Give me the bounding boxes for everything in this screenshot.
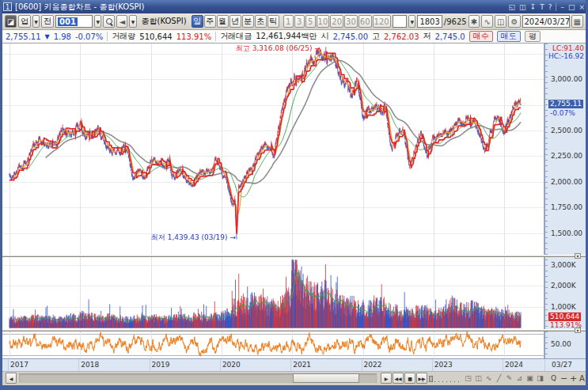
angle-tool-icon[interactable]: ⊿ [514,373,525,384]
time-axis-separator [78,359,79,371]
high-label: 고 [372,31,380,42]
time-axis-label-2023: 2023 [434,361,453,369]
stop-button[interactable]: ■ [404,373,415,384]
buy-button[interactable]: 매수 [469,31,493,42]
avg-button[interactable]: 평 [525,31,541,42]
minute-button-10[interactable]: 10 [317,15,330,28]
play-button[interactable]: ▶ [381,373,392,384]
minute-button-3[interactable]: 3 [294,15,305,28]
settings-gear-icon[interactable]: ⚙ [508,15,520,28]
time-axis-separator [8,359,9,371]
current-price-badge: 2,755.11 [548,100,583,108]
overlay-chart-icon[interactable]: ∿ [484,373,494,384]
cascade-icon[interactable]: ◫ [519,3,526,11]
indicator-tool-icon[interactable]: ∿ [481,15,493,28]
flip-chart-icon[interactable]: ◪ [5,15,17,28]
open-label: 시 [321,31,328,42]
code-dropdown[interactable]: ▼ [94,15,101,28]
speed-slider-thumb[interactable] [429,376,433,382]
draw-tool-icon[interactable]: ✎ [504,373,514,384]
chart-canvas[interactable] [2,44,544,358]
minute-button-1[interactable]: 1 [283,15,294,28]
volume-pct: 113.91% [176,32,212,41]
code-input[interactable]: 001 [55,15,93,28]
calendar-icon[interactable]: ▦ [571,15,583,28]
up-dropdown[interactable]: ▼ [32,15,40,28]
low-annotation: 최저 1,439.43 (03/19) → [117,233,236,243]
separator [107,32,108,41]
price-axis-tick: 2,000.00 [551,178,582,186]
minute-button-120[interactable]: 120 [373,15,391,28]
volume-axis-tick: 2,000K [551,282,576,290]
minute-button-20[interactable]: 20 [330,15,343,28]
scroll-left-button[interactable]: ◀ [6,373,17,384]
high-annotation: 최고 3,316.08 (06/25) → [202,44,321,54]
help-icon[interactable]: ? [548,3,552,11]
period-button-분[interactable]: 분 [242,15,254,28]
prev-button[interactable]: 전 [41,15,54,28]
panel-icon[interactable]: ◨ [535,373,545,384]
sound-button[interactable]: ◄ [116,15,127,28]
scrollbar-thumb[interactable] [293,373,359,383]
save-icon[interactable]: ◫ [495,15,506,28]
auto-scale-button[interactable]: A [577,373,587,384]
text-tool-icon[interactable]: T [540,3,544,11]
period-button-틱[interactable]: 틱 [267,15,279,28]
bar-position-input[interactable]: 1803 [417,15,442,28]
empty-combo[interactable] [393,15,408,28]
maximize-button[interactable]: □ [568,3,575,11]
titlebar-separator [556,3,556,11]
volume-value: 510,644 [139,32,172,41]
period-button-주[interactable]: 주 [204,15,216,28]
sell-button[interactable]: 매도 [497,31,521,42]
close-button[interactable]: × [579,3,585,11]
period-button-일[interactable]: 일 [192,15,203,28]
trendline-tool-icon[interactable]: ╱ [494,373,504,384]
capture-icon[interactable]: ▣ [525,373,535,384]
separator [215,32,216,41]
period-button-초[interactable]: 초 [255,15,267,28]
time-axis-label-2019: 2019 [152,361,170,369]
pane-divider[interactable] [2,255,586,257]
search-button[interactable] [103,15,115,28]
price-change: 1.98 [54,32,71,41]
sound-dropdown[interactable]: ▼ [129,15,136,28]
price-axis-tick: 3,000.00 [551,75,582,83]
minute-button-30[interactable]: 30 [344,15,358,28]
empty-combo-dropdown[interactable]: ▼ [408,15,415,28]
titlebar-controls: ◱◫↧T?–□× [509,3,585,11]
pin-icon[interactable]: ↧ [530,3,537,11]
collapse-pane-icon[interactable] [575,253,581,259]
high-value: 2,762.03 [384,32,419,41]
low-label: 저 [423,31,431,42]
bar-total-label: /9625 [444,17,467,26]
time-axis[interactable]: 2017201820192020202120222023202403/27 [2,358,586,372]
speed-slider[interactable] [423,376,459,382]
chart-tool-icon[interactable]: ✱ [469,15,480,28]
period-button-년[interactable]: 년 [230,15,241,28]
window-title: [0600] 키움종합차트 - 종합(KOSPI) [15,2,144,13]
date-input[interactable]: 2024/03/27 [522,15,570,28]
time-axis-label-2021: 2021 [293,361,311,369]
volume-label: 거래량 [112,31,135,42]
minute-button-5[interactable]: 5 [305,15,316,28]
price-axis[interactable]: LC:91.40 HC:-16.92 2,755.11 -0.07% 510,6… [544,44,586,358]
low-arrow-icon: → [230,233,236,241]
zoom-search-icon[interactable]: Q [548,373,559,384]
dock-icon[interactable]: ◱ [509,3,516,11]
rewind-button[interactable]: ◀◀ [393,373,404,384]
pane-divider[interactable] [2,329,586,331]
duplicate-chart-icon[interactable]: ◫ [473,373,484,384]
time-axis-separator [503,359,503,371]
minute-button-60[interactable]: 60 [358,15,372,28]
collapse-pane-icon[interactable] [575,328,581,333]
titlebar[interactable]: 1 [0600] 키움종합차트 - 종합(KOSPI) ◱◫↧T?–□× [0,0,588,13]
minute-button-group: 13510203060120 [283,15,391,28]
price-axis-tick: 1,500.00 [551,229,582,237]
minimize-button[interactable]: – [560,3,564,11]
up-button[interactable]: 업 [18,15,31,28]
period-button-group: 일주월년분초틱 [192,15,279,28]
period-button-월[interactable]: 월 [217,15,229,28]
horizontal-scrollbar[interactable] [19,373,377,383]
copy-chart-icon[interactable]: ◳ [463,373,473,384]
